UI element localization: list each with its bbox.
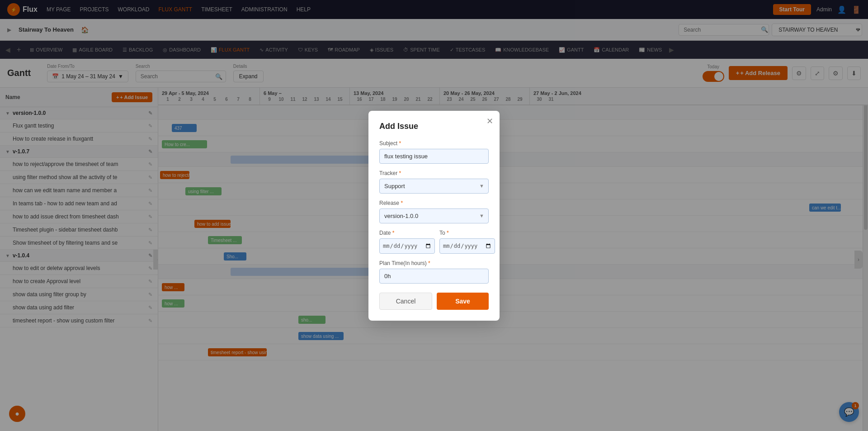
tracker-label: Tracker *	[379, 170, 489, 176]
date-row: Date * To *	[379, 230, 489, 254]
release-label: Release *	[379, 200, 489, 206]
release-select[interactable]: version-1.0.0 v-1.0.7 v-1.0.4	[379, 208, 489, 223]
tracker-required: *	[399, 170, 401, 176]
release-required: *	[401, 200, 403, 206]
date-from-required: *	[392, 230, 395, 236]
cancel-button[interactable]: Cancel	[379, 293, 432, 310]
add-issue-modal: ✕ Add Issue Subject * Tracker * Support …	[368, 111, 500, 321]
date-from-input[interactable]	[379, 238, 435, 254]
release-select-wrap: version-1.0.0 v-1.0.7 v-1.0.4 ▼	[379, 208, 489, 223]
subject-group: Subject *	[379, 140, 489, 164]
subject-input[interactable]	[379, 149, 489, 164]
date-from-label: Date *	[379, 230, 435, 236]
modal-actions: Cancel Save	[379, 293, 489, 310]
plan-time-group: Plan Time(In hours) *	[379, 260, 489, 284]
plan-time-label: Plan Time(In hours) *	[379, 260, 489, 266]
tracker-select[interactable]: Support Bug Feature Task	[379, 179, 489, 194]
tracker-group: Tracker * Support Bug Feature Task ▼	[379, 170, 489, 194]
date-group: Date * To *	[379, 230, 489, 254]
subject-label: Subject *	[379, 140, 489, 147]
date-to-label: To *	[439, 230, 495, 236]
plan-time-input[interactable]	[379, 269, 489, 284]
date-to-required: *	[447, 230, 449, 236]
tracker-select-wrap: Support Bug Feature Task ▼	[379, 179, 489, 194]
plan-time-required: *	[428, 260, 430, 266]
save-button[interactable]: Save	[437, 293, 489, 310]
date-from-group: Date *	[379, 230, 435, 254]
date-to-group: To *	[439, 230, 495, 254]
release-group: Release * version-1.0.0 v-1.0.7 v-1.0.4 …	[379, 200, 489, 223]
modal-overlay[interactable]: ✕ Add Issue Subject * Tracker * Support …	[0, 0, 868, 431]
subject-required: *	[399, 140, 401, 147]
modal-title: Add Issue	[379, 122, 489, 131]
date-to-input[interactable]	[439, 238, 495, 254]
modal-close-button[interactable]: ✕	[486, 117, 493, 125]
